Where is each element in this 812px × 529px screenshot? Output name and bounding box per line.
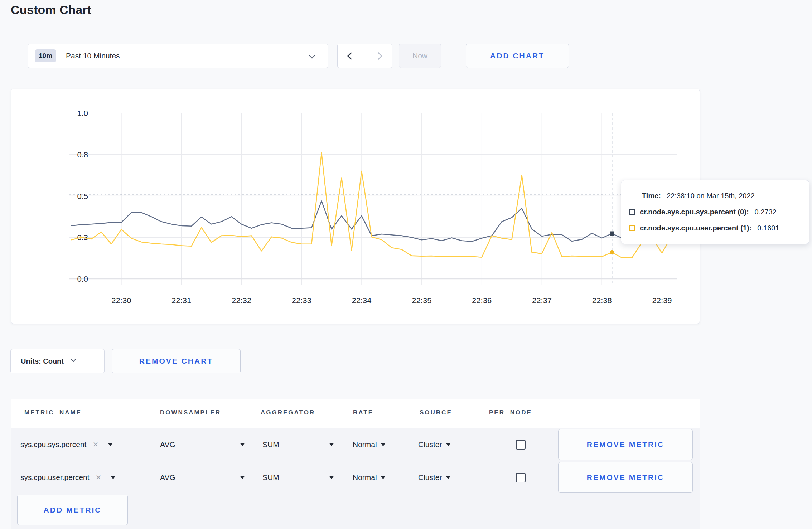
remove-metric-button[interactable]: REMOVE METRIC	[558, 462, 693, 493]
tooltip-series-name: cr.node.sys.cpu.sys.percent (0):	[640, 208, 749, 216]
caret-down-icon	[111, 476, 116, 479]
svg-text:1.0: 1.0	[77, 109, 88, 118]
clear-metric-icon[interactable]: ✕	[92, 440, 98, 449]
svg-text:22:37: 22:37	[532, 296, 552, 305]
chevron-left-icon	[347, 52, 355, 59]
cpu-line-chart[interactable]: 22:3022:3122:3222:3322:3422:3522:3622:37…	[11, 89, 700, 324]
col-header-rate: RATE	[353, 409, 373, 416]
now-button[interactable]: Now	[399, 44, 441, 68]
remove-chart-button[interactable]: REMOVE CHART	[112, 349, 241, 373]
metric-name-value: sys.cpu.user.percent	[20, 473, 90, 482]
per-node-checkbox[interactable]	[516, 440, 526, 450]
chevron-right-icon	[375, 52, 382, 59]
caret-down-icon	[329, 443, 334, 446]
rate-select[interactable]: Normal	[353, 428, 386, 461]
chart-tooltip: Time: 22:38:10 on Mar 15th, 2022 cr.node…	[621, 180, 809, 244]
add-metric-button[interactable]: ADD METRIC	[17, 495, 128, 525]
chevron-down-icon	[309, 52, 315, 58]
svg-text:22:35: 22:35	[412, 296, 431, 305]
remove-metric-button[interactable]: REMOVE METRIC	[558, 429, 693, 460]
table-row: sys.cpu.sys.percent ✕ AVG SUM Normal Clu…	[11, 428, 700, 461]
caret-down-icon	[381, 443, 386, 446]
downsampler-value: AVG	[160, 440, 175, 449]
time-range-label: Past 10 Minutes	[66, 52, 120, 60]
chevron-down-icon	[71, 357, 76, 362]
caret-down-icon	[446, 476, 451, 479]
svg-text:22:39: 22:39	[652, 296, 672, 305]
source-value: Cluster	[418, 440, 442, 449]
svg-text:22:34: 22:34	[352, 296, 372, 305]
rate-select[interactable]: Normal	[353, 461, 386, 494]
clear-metric-icon[interactable]: ✕	[96, 473, 102, 482]
prev-time-button[interactable]	[338, 44, 365, 68]
svg-text:0.0: 0.0	[77, 275, 88, 283]
caret-down-icon	[381, 476, 386, 479]
toolbar-divider	[11, 40, 11, 68]
caret-down-icon	[108, 443, 113, 446]
col-header-per-node: PER NODE	[489, 409, 532, 416]
aggregator-value: SUM	[262, 440, 279, 449]
col-header-aggregator: AGGREGATOR	[261, 409, 315, 416]
rate-value: Normal	[353, 473, 377, 482]
caret-down-icon	[446, 443, 451, 446]
col-header-downsampler: DOWNSAMPLER	[160, 409, 221, 416]
tooltip-series-value: 0.2732	[755, 208, 777, 216]
svg-text:0.5: 0.5	[77, 192, 88, 201]
downsampler-select[interactable]: AVG	[160, 428, 245, 461]
time-range-dropdown[interactable]: 10m Past 10 Minutes	[28, 44, 328, 68]
aggregator-select[interactable]: SUM	[262, 461, 334, 494]
svg-text:22:33: 22:33	[292, 296, 311, 305]
source-select[interactable]: Cluster	[418, 461, 451, 494]
col-header-metric-name: METRIC NAME	[24, 409, 82, 416]
series-swatch-sys-icon	[629, 209, 635, 215]
caret-down-icon	[240, 476, 245, 479]
col-header-source: SOURCE	[420, 409, 452, 416]
caret-down-icon	[329, 476, 334, 479]
tooltip-series-value: 0.1601	[757, 224, 779, 232]
aggregator-select[interactable]: SUM	[262, 428, 334, 461]
page-title: Custom Chart	[11, 3, 91, 17]
source-value: Cluster	[418, 473, 442, 482]
svg-text:22:36: 22:36	[472, 296, 492, 305]
series-swatch-user-icon	[629, 225, 635, 231]
time-step-buttons	[337, 44, 392, 68]
next-time-button[interactable]	[365, 44, 392, 68]
table-row: sys.cpu.user.percent ✕ AVG SUM Normal Cl…	[11, 461, 700, 494]
metric-name-select[interactable]: sys.cpu.sys.percent ✕	[20, 428, 113, 461]
tooltip-time-label: Time:	[642, 192, 661, 200]
svg-text:22:32: 22:32	[232, 296, 251, 305]
per-node-cell	[510, 461, 531, 494]
per-node-cell	[510, 428, 531, 461]
units-dropdown[interactable]: Units: Count	[10, 349, 105, 373]
metric-name-select[interactable]: sys.cpu.user.percent ✕	[20, 461, 116, 494]
downsampler-select[interactable]: AVG	[160, 461, 245, 494]
svg-text:22:30: 22:30	[111, 296, 131, 305]
per-node-checkbox[interactable]	[516, 473, 526, 482]
chart-card[interactable]: 22:3022:3122:3222:3322:3422:3522:3622:37…	[11, 89, 700, 324]
aggregator-value: SUM	[262, 473, 279, 482]
metrics-table-header: METRIC NAME DOWNSAMPLER AGGREGATOR RATE …	[11, 399, 700, 428]
time-range-badge: 10m	[35, 49, 56, 62]
downsampler-value: AVG	[160, 473, 175, 482]
tooltip-time-value: 22:38:10 on Mar 15th, 2022	[667, 192, 755, 200]
svg-text:22:38: 22:38	[592, 296, 612, 305]
svg-text:22:31: 22:31	[171, 296, 191, 305]
rate-value: Normal	[353, 440, 377, 449]
svg-text:0.8: 0.8	[77, 150, 88, 159]
caret-down-icon	[240, 443, 245, 446]
tooltip-series-name: cr.node.sys.cpu.user.percent (1):	[640, 224, 751, 232]
units-label: Units: Count	[21, 357, 64, 365]
metric-name-value: sys.cpu.sys.percent	[20, 440, 86, 449]
source-select[interactable]: Cluster	[418, 428, 451, 461]
add-chart-button[interactable]: ADD CHART	[466, 44, 569, 68]
